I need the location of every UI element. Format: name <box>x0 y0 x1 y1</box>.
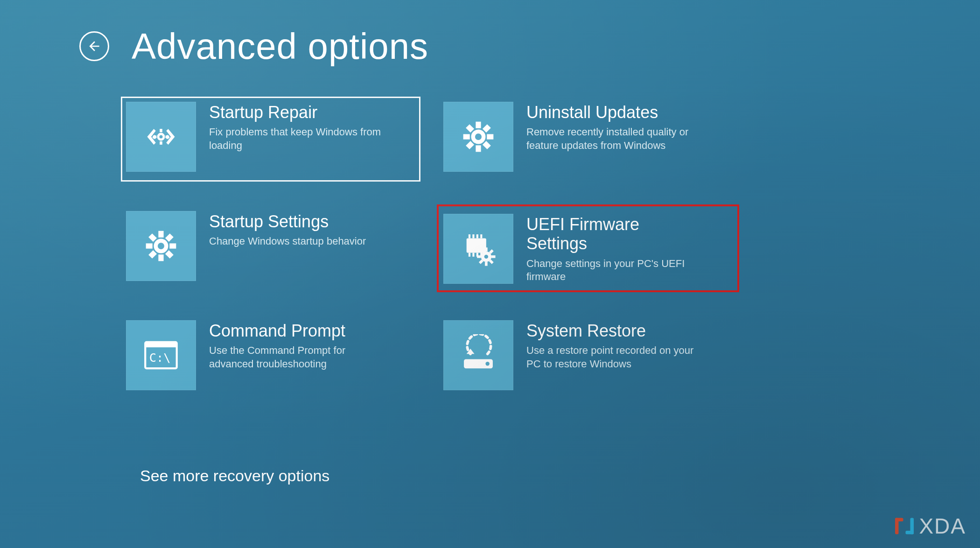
watermark-text: XDA <box>919 513 966 539</box>
svg-rect-27 <box>148 233 157 242</box>
svg-rect-41 <box>485 262 488 266</box>
tile-title: Command Prompt <box>209 321 385 340</box>
watermark: XDA <box>893 513 966 539</box>
svg-rect-23 <box>146 243 153 248</box>
options-grid: Startup Repair Fix problems that keep Wi… <box>0 64 980 400</box>
tile-text: Command Prompt Use the Command Prompt fo… <box>196 320 392 371</box>
svg-rect-58 <box>906 531 914 534</box>
tile-command-prompt[interactable]: C:\ Command Prompt Use the Command Promp… <box>121 316 420 400</box>
tile-title: Startup Settings <box>209 212 366 231</box>
terminal-icon: C:\ <box>126 320 196 390</box>
tile-system-restore[interactable]: System Restore Use a restore point recor… <box>439 316 737 400</box>
svg-rect-36 <box>472 253 474 256</box>
tile-text: UEFI Firmware Settings Change settings i… <box>513 214 709 284</box>
tile-uninstall-updates[interactable]: Uninstall Updates Remove recently instal… <box>439 97 737 181</box>
svg-rect-12 <box>476 145 481 152</box>
gear-icon <box>126 211 196 281</box>
svg-rect-22 <box>158 254 163 261</box>
svg-rect-26 <box>148 250 157 259</box>
svg-rect-1 <box>160 129 162 132</box>
tile-startup-settings[interactable]: Startup Settings Change Windows startup … <box>121 206 420 290</box>
svg-rect-15 <box>483 124 491 133</box>
tile-title: Startup Repair <box>209 103 385 122</box>
chip-gear-icon <box>443 214 513 284</box>
tile-uefi-firmware-settings[interactable]: UEFI Firmware Settings Change settings i… <box>439 206 737 290</box>
svg-rect-43 <box>491 255 495 258</box>
tile-text: Startup Settings Change Windows startup … <box>196 211 372 248</box>
restore-icon <box>443 320 513 390</box>
svg-rect-11 <box>476 122 481 128</box>
svg-rect-18 <box>483 141 491 149</box>
svg-rect-2 <box>160 141 162 145</box>
svg-rect-40 <box>485 247 488 251</box>
tile-text: System Restore Use a restore point recor… <box>513 320 709 371</box>
svg-rect-35 <box>469 253 470 256</box>
svg-rect-34 <box>480 234 482 238</box>
svg-rect-24 <box>169 243 176 248</box>
tile-desc: Remove recently installed quality or fea… <box>526 126 703 152</box>
svg-rect-42 <box>477 255 481 258</box>
tile-desc: Change Windows startup behavior <box>209 235 366 248</box>
tile-desc: Fix problems that keep Windows from load… <box>209 126 385 152</box>
svg-text:C:\: C:\ <box>149 351 171 365</box>
see-more-link[interactable]: See more recovery options <box>140 467 329 485</box>
tile-desc: Change settings in your PC's UEFI firmwa… <box>526 257 703 284</box>
svg-rect-32 <box>472 234 474 238</box>
xda-logo-icon <box>893 514 916 538</box>
tile-desc: Use a restore point recorded on your PC … <box>526 344 703 371</box>
header: Advanced options <box>0 0 980 64</box>
svg-point-29 <box>158 243 164 249</box>
tile-title: Uninstall Updates <box>526 103 703 122</box>
svg-rect-30 <box>467 239 486 253</box>
tile-text: Startup Repair Fix problems that keep Wi… <box>196 102 392 153</box>
svg-point-9 <box>159 135 162 138</box>
svg-point-48 <box>484 255 488 259</box>
svg-rect-28 <box>165 250 174 259</box>
svg-rect-33 <box>476 234 478 238</box>
svg-rect-50 <box>145 342 177 347</box>
svg-rect-57 <box>895 518 903 522</box>
gear-icon <box>443 102 513 172</box>
svg-rect-14 <box>487 134 493 139</box>
tile-startup-repair[interactable]: Startup Repair Fix problems that keep Wi… <box>121 97 420 181</box>
svg-rect-16 <box>466 141 474 149</box>
svg-rect-17 <box>466 124 474 133</box>
arrow-left-icon <box>87 39 102 54</box>
svg-rect-13 <box>463 134 470 139</box>
tile-title: UEFI Firmware Settings <box>526 215 703 253</box>
tile-desc: Use the Command Prompt for advanced trou… <box>209 344 385 371</box>
svg-rect-25 <box>165 233 174 242</box>
svg-point-19 <box>475 133 482 140</box>
svg-rect-31 <box>469 234 470 238</box>
page-title: Advanced options <box>132 28 428 64</box>
svg-point-53 <box>485 362 489 365</box>
back-button[interactable] <box>79 31 109 61</box>
tile-text: Uninstall Updates Remove recently instal… <box>513 102 709 153</box>
startup-repair-icon <box>126 102 196 172</box>
tile-title: System Restore <box>526 321 703 340</box>
svg-rect-21 <box>158 231 163 238</box>
